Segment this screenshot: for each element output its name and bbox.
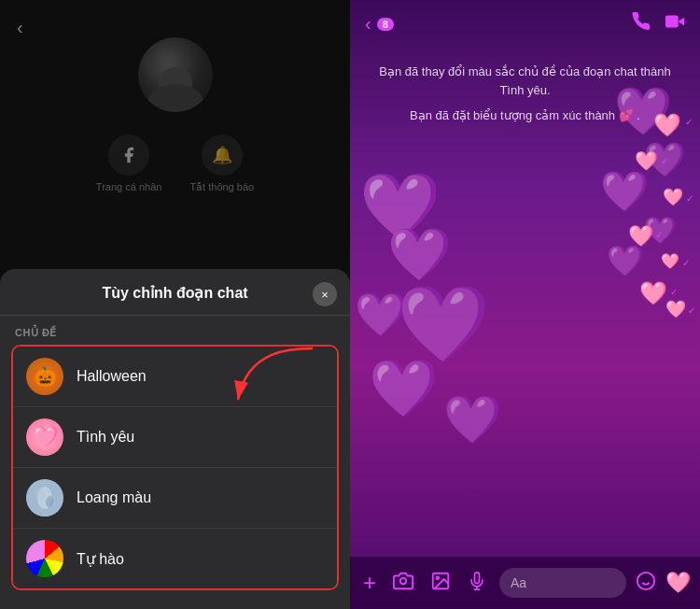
halloween-label: Halloween bbox=[77, 368, 147, 385]
large-heart-2: 💜 bbox=[387, 224, 452, 285]
aa-placeholder: Aa bbox=[511, 575, 526, 590]
love-icon: 🩷 bbox=[26, 418, 63, 456]
theme-list: 🎃 Halloween 🩷 Tình yêu bbox=[11, 345, 339, 590]
love-label: Tình yêu bbox=[77, 429, 134, 446]
plus-button[interactable]: + bbox=[359, 566, 380, 600]
modal-close-button[interactable]: × bbox=[313, 282, 337, 306]
theme-item-tiedye[interactable]: Loang màu bbox=[13, 468, 337, 529]
system-message-2: Bạn đã đặt biểu tượng cảm xúc thành 💕 . bbox=[369, 106, 681, 125]
right-panel: ‹ 8 Bạn đã thay đổi màu sắc chủ đề của đ… bbox=[350, 0, 700, 609]
pride-icon bbox=[26, 540, 63, 577]
modal-title: Tùy chỉnh đoạn chat bbox=[0, 284, 350, 316]
svg-rect-6 bbox=[665, 16, 679, 28]
svg-marker-5 bbox=[679, 17, 684, 25]
modal-overlay: Tùy chỉnh đoạn chat × CHỦ ĐỀ 🎃 Halloween… bbox=[0, 0, 350, 609]
large-heart-6: 💜 bbox=[443, 392, 501, 446]
emoji-button[interactable] bbox=[636, 571, 656, 596]
pink-heart-1: 🩷 bbox=[653, 112, 681, 138]
theme-item-halloween[interactable]: 🎃 Halloween bbox=[13, 347, 337, 407]
customize-modal: Tùy chỉnh đoạn chat × CHỦ ĐỀ 🎃 Halloween… bbox=[0, 269, 350, 609]
message-input[interactable]: Aa bbox=[499, 568, 626, 598]
back-chat-button[interactable]: ‹ bbox=[365, 13, 371, 35]
tiedye-icon bbox=[26, 479, 63, 517]
image-button[interactable] bbox=[427, 567, 455, 600]
pink-heart-2: 🩷 bbox=[635, 149, 658, 172]
pink-heart-7: 🩷 bbox=[665, 299, 686, 319]
unread-badge: 8 bbox=[377, 18, 394, 31]
svg-point-9 bbox=[436, 576, 439, 579]
chat-content: Bạn đã thay đổi màu sắc chủ đề của đoạn … bbox=[350, 48, 700, 148]
heart-react-button[interactable]: 🩷 bbox=[665, 571, 691, 595]
check-2: ✓ bbox=[661, 156, 668, 166]
purple-heart-3: 💜 bbox=[600, 168, 649, 214]
header-icons bbox=[631, 11, 685, 36]
chat-toolbar: + Aa bbox=[350, 557, 700, 609]
svg-point-7 bbox=[400, 577, 406, 583]
tiedye-label: Loang màu bbox=[77, 489, 151, 506]
pink-heart-4: 🩷 bbox=[628, 224, 653, 248]
check-5: ✓ bbox=[682, 258, 690, 268]
video-icon[interactable] bbox=[665, 11, 685, 36]
large-heart-5: 💜 bbox=[369, 355, 439, 421]
check-6: ✓ bbox=[670, 287, 678, 297]
chat-header: ‹ 8 bbox=[350, 0, 700, 48]
check-3: ✓ bbox=[686, 193, 693, 204]
pink-heart-5: 🩷 bbox=[661, 252, 679, 270]
section-label-theme: CHỦ ĐỀ bbox=[0, 316, 350, 345]
phone-icon[interactable] bbox=[631, 11, 651, 36]
pride-label: Tự hào bbox=[77, 550, 124, 568]
svg-point-12 bbox=[637, 572, 654, 588]
mic-button[interactable] bbox=[464, 567, 490, 600]
pink-heart-6: 🩷 bbox=[639, 280, 667, 306]
check-4: ✓ bbox=[655, 230, 663, 240]
camera-button[interactable] bbox=[389, 567, 417, 600]
theme-item-pride[interactable]: Tự hào bbox=[13, 529, 337, 588]
check-7: ✓ bbox=[688, 305, 695, 316]
system-message-1: Bạn đã thay đổi màu sắc chủ đề của đoạn … bbox=[369, 63, 681, 99]
left-panel: ‹ Trang cá nhân 🔔 Tắt thông báo Tùy chỉn… bbox=[0, 0, 350, 609]
pink-heart-3: 🩷 bbox=[663, 187, 683, 207]
check-1: ✓ bbox=[685, 117, 693, 127]
halloween-icon: 🎃 bbox=[26, 358, 63, 395]
theme-item-love[interactable]: 🩷 Tình yêu bbox=[13, 407, 337, 468]
